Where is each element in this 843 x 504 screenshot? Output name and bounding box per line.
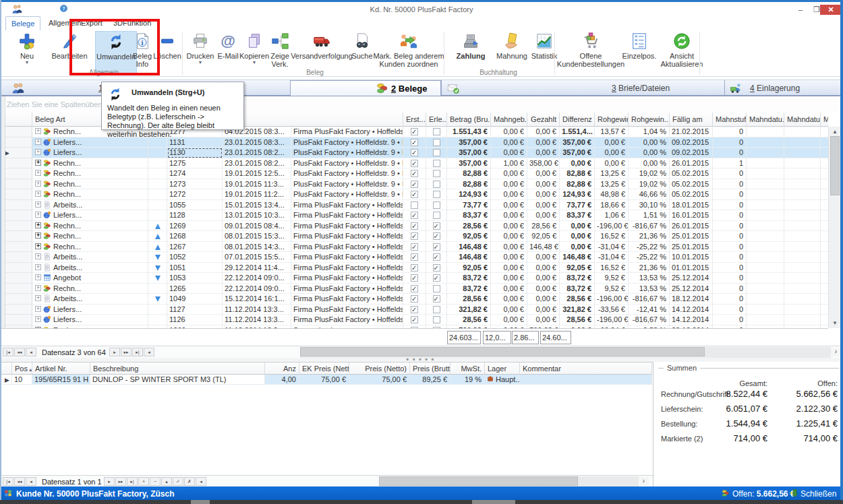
cell-erle[interactable] [426,263,447,274]
vertical-scrollbar[interactable]: ▲ ▼ [828,127,840,328]
cell-md2[interactable] [784,315,821,325]
erle-checkbox[interactable] [433,139,440,146]
expand-icon[interactable] [35,201,41,208]
erle-checkbox[interactable] [433,181,440,188]
erle-checkbox[interactable] [433,128,440,135]
cell-kunde[interactable]: Firma PlusFakt Factory • Hoffeldstr. 9 •… [291,315,403,325]
expand-icon[interactable] [35,222,41,228]
cell-mahngeb[interactable]: 0,00 € [491,273,527,284]
cell-v[interactable] [148,179,167,190]
cell-rohgewinn[interactable]: 0,00 € [595,148,629,158]
cell-mahnstufe[interactable]: 0 [713,231,747,242]
erle-checkbox[interactable] [433,285,440,292]
cell-betrag[interactable]: 83,72 € [447,273,491,284]
cell-erst[interactable] [403,263,426,274]
cell-ind[interactable] [1,273,32,284]
close-door-icon[interactable] [789,489,798,499]
cell-gezahlt[interactable]: 0,00 € [527,137,560,148]
cell-rohgewinn[interactable]: 48,98 € [595,189,629,200]
cell-rohproz[interactable]: 46,66 % [629,189,670,200]
cell-erle[interactable] [426,127,447,137]
cell-faellig[interactable]: 05.02.2015 [670,168,713,179]
cell-mahnstufe[interactable]: 0 [713,305,747,315]
expand-icon[interactable] [35,149,41,155]
close-button[interactable]: ✕ [820,5,842,15]
cell-rohgewinn[interactable]: 9,52 € [595,284,629,294]
cell-md2[interactable] [784,242,821,253]
cell-nr[interactable]: 1273 [167,179,223,190]
cell-nr[interactable]: 1269 [167,221,223,232]
cell-md2[interactable] [784,158,821,169]
cell-differenz[interactable]: 0,00 € [560,242,595,253]
cell-kunde[interactable]: Firma PlusFakt Factory • Hoffeldstr. 9 •… [291,252,403,263]
cell-mahn[interactable] [821,273,828,284]
cell-rohgewinn[interactable]: -196,00 € [595,315,629,325]
cell-erst[interactable] [403,179,426,190]
column-header-erle[interactable]: Erle... [426,113,447,127]
erst-checkbox[interactable] [411,201,418,209]
detail-cell-pos[interactable]: 10 [12,375,32,385]
cell-v[interactable] [148,315,167,325]
mark-beleg-zuordnen-button[interactable]: Mark. Beleg anderemKunden zuordnen [368,31,450,75]
cell-ind[interactable] [1,252,32,263]
cell-datum[interactable]: 29.12.2014 11:4... [223,263,291,274]
cell-differenz[interactable]: 82,88 € [560,179,595,190]
cell-mahn[interactable] [821,252,828,263]
cell-rohgewinn[interactable]: 16,52 € [595,231,629,242]
column-header-mahn[interactable]: Mahn [821,113,828,127]
erst-checkbox[interactable] [411,191,418,198]
hscrollbar-thumb[interactable] [300,347,705,356]
cell-mahnstufe[interactable]: 0 [713,127,747,137]
erst-checkbox[interactable] [411,253,418,261]
cell-mahn[interactable] [821,158,828,169]
cell-rohproz[interactable]: 0,00 % [629,158,670,169]
cell-md2[interactable] [784,294,821,305]
cell-erle[interactable] [426,179,447,190]
cell-erle[interactable] [426,315,447,325]
cell-differenz[interactable]: 73,77 € [560,200,595,211]
cell-rohproz[interactable]: -12,41 % [629,305,670,315]
detail-cell-artikel[interactable]: 195/65R15 91 H [32,375,90,385]
cell-faellig[interactable]: 05.02.2015 [670,189,713,200]
cell-mahngeb[interactable]: 0,00 € [491,137,527,148]
cell-erst[interactable] [403,200,426,211]
cell-md2[interactable] [784,273,821,284]
cell-mahnstufe[interactable]: 0 [713,315,747,325]
cell-datum[interactable]: 13.01.2015 10:3... [223,210,291,221]
cell-faellig[interactable]: 25.12.2014 [670,273,713,284]
cell-faellig[interactable]: 05.02.2015 [670,179,713,190]
detail-column-header-mwst[interactable]: MwSt. [450,363,485,375]
cell-rohgewinn[interactable]: 13,57 € [595,127,629,137]
cell-v[interactable] [148,210,167,221]
cell-differenz[interactable]: 28,56 € [560,315,595,325]
cell-mahnstufe[interactable]: 0 [713,168,747,179]
cell-v[interactable] [148,284,167,294]
cell-differenz[interactable]: 357,00 € [560,148,595,158]
detail-column-header-beschreibung[interactable]: Beschreibung [90,363,265,375]
cell-art[interactable]: Arbeits... [32,263,148,274]
cell-mahn[interactable] [821,221,828,232]
nav-button[interactable]: ▴ [161,477,172,486]
cell-md1[interactable] [747,127,784,137]
cell-v[interactable] [148,252,167,263]
cell-ind[interactable] [1,242,32,253]
cell-nr[interactable]: 1130 [167,148,223,158]
cell-nr[interactable]: 1274 [167,168,223,179]
erst-checkbox[interactable] [411,264,418,272]
cell-mahnstufe[interactable]: 0 [713,221,747,232]
cell-kunde[interactable]: Firma PlusFakt Factory • Hoffeldstr. 9 •… [291,221,403,232]
cell-differenz[interactable]: 83,37 € [560,210,595,221]
cell-md2[interactable] [784,179,821,190]
nav-button[interactable]: ▸▸ [115,477,126,486]
cell-md2[interactable] [784,284,821,294]
cell-mahnstufe[interactable]: 0 [713,179,747,190]
cell-md1[interactable] [747,221,784,232]
erle-checkbox[interactable] [433,253,440,261]
cell-faellig[interactable]: 14.12.2014 [670,315,713,325]
cell-art[interactable]: Liefers... [32,305,148,315]
cell-md1[interactable] [747,294,784,305]
cell-kunde[interactable]: Firma PlusFakt Factory • Hoffeldstr. 9 •… [291,273,403,284]
cell-mahn[interactable] [821,231,828,242]
cell-betrag[interactable]: 28,56 € [447,294,491,305]
cell-gezahlt[interactable]: 0,00 € [527,263,560,274]
